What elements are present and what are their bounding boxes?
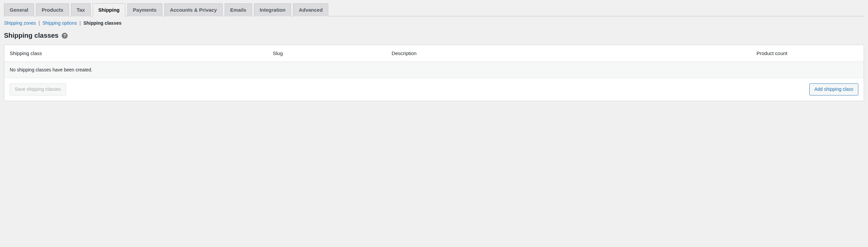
separator: | [80, 20, 81, 26]
section-heading: Shipping classes ? [4, 32, 864, 39]
col-header-slug: Slug [273, 50, 391, 56]
table-header-row: Shipping class Slug Description Product … [4, 45, 864, 62]
save-shipping-classes-button[interactable]: Save shipping classes [10, 83, 66, 95]
tab-shipping[interactable]: Shipping [93, 3, 125, 16]
table-footer: Save shipping classes Add shipping class [4, 78, 864, 101]
col-header-count: Product count [756, 50, 858, 56]
tab-integration[interactable]: Integration [254, 3, 291, 16]
settings-tabs: General Products Tax Shipping Payments A… [4, 0, 864, 16]
col-header-description: Description [392, 50, 757, 56]
add-shipping-class-button[interactable]: Add shipping class [809, 83, 858, 95]
shipping-classes-table: Shipping class Slug Description Product … [4, 45, 864, 101]
tab-emails[interactable]: Emails [225, 3, 252, 16]
tab-payments[interactable]: Payments [127, 3, 162, 16]
col-header-class: Shipping class [10, 50, 273, 56]
subnav-shipping-classes: Shipping classes [83, 20, 121, 26]
tab-products[interactable]: Products [36, 3, 69, 16]
help-icon[interactable]: ? [62, 33, 68, 39]
tab-accounts-privacy[interactable]: Accounts & Privacy [164, 3, 223, 16]
tab-tax[interactable]: Tax [71, 3, 91, 16]
subnav-shipping-options[interactable]: Shipping options [42, 20, 77, 26]
table-empty-message: No shipping classes have been created. [4, 62, 864, 78]
separator: | [39, 20, 40, 26]
tab-general[interactable]: General [4, 3, 34, 16]
page-title: Shipping classes [4, 32, 58, 39]
shipping-subnav: Shipping zones | Shipping options | Ship… [4, 20, 864, 26]
tab-advanced[interactable]: Advanced [293, 3, 328, 16]
subnav-shipping-zones[interactable]: Shipping zones [4, 20, 36, 26]
